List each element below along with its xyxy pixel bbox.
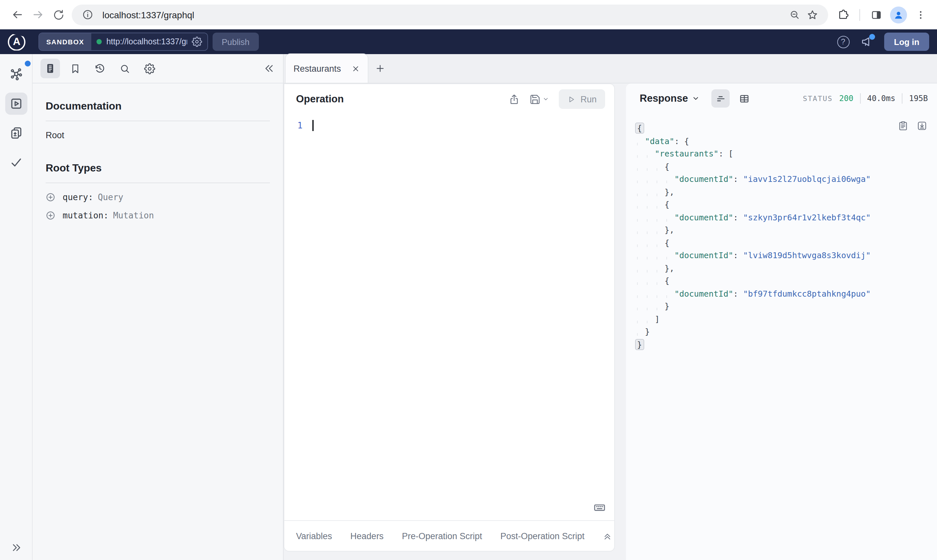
share-icon[interactable]	[509, 94, 520, 105]
docs-root-link[interactable]: Root	[46, 131, 270, 140]
url-text[interactable]: localhost:1337/graphql	[102, 9, 785, 20]
run-label: Run	[580, 94, 597, 104]
sandbox-header: A SANDBOX http://localhost:1337/gra... P…	[0, 29, 937, 54]
collapse-up-icon[interactable]	[603, 531, 612, 541]
response-code-line: }	[635, 300, 929, 312]
operation-title: Operation	[296, 93, 344, 105]
close-icon[interactable]	[351, 64, 360, 73]
save-icon	[529, 94, 540, 105]
reload-icon[interactable]	[48, 4, 69, 25]
operation-dock: VariablesHeadersPre-Operation ScriptPost…	[284, 520, 614, 551]
endpoint-control[interactable]: SANDBOX http://localhost:1337/gra...	[38, 32, 208, 51]
response-json[interactable]: {"data": {"restaurants": [{"documentId":…	[635, 122, 929, 351]
endpoint-url[interactable]: http://localhost:1337/gra...	[106, 37, 187, 46]
bookmark-star-icon[interactable]	[803, 6, 822, 24]
back-icon[interactable]	[6, 4, 28, 25]
docs-icon[interactable]	[40, 58, 60, 78]
operation-column: Operation	[284, 83, 615, 560]
response-code-line: "documentId": "bf97tfdumkcc8ptahkng4puo"	[635, 287, 929, 300]
forward-icon	[28, 4, 48, 25]
bookmarks-icon[interactable]	[65, 58, 85, 78]
help-icon[interactable]: ?	[835, 33, 852, 50]
new-tab-icon[interactable]	[368, 54, 392, 83]
apollo-logo[interactable]: A	[8, 33, 25, 51]
docs-body: Documentation Root Root Types query:Quer…	[32, 83, 283, 229]
docs-settings-gear-icon[interactable]	[140, 58, 159, 78]
rail-notification-dot	[25, 61, 31, 66]
download-icon[interactable]	[917, 121, 927, 131]
publish-button[interactable]: Publish	[212, 32, 258, 51]
copy-icon[interactable]	[898, 121, 908, 131]
line-number: 1	[284, 120, 303, 132]
settings-gear-icon[interactable]	[192, 37, 202, 47]
zoom-out-icon[interactable]	[785, 6, 803, 24]
plus-circle-icon[interactable]	[46, 192, 55, 202]
root-types-title: Root Types	[46, 162, 270, 174]
text-cursor	[312, 120, 313, 131]
dock-tab[interactable]: Pre-Operation Script	[402, 531, 482, 541]
response-code-line: "documentId": "lviw819d5htwvga8s3kovdij"	[635, 249, 929, 262]
divider	[46, 183, 270, 183]
root-type-row[interactable]: mutation:Mutation	[46, 211, 270, 220]
endpoint-status-dot	[97, 39, 102, 44]
endpoint-input[interactable]: http://localhost:1337/gra...	[91, 33, 207, 50]
profile-avatar-icon[interactable]	[890, 6, 907, 23]
root-type-type[interactable]: Query	[98, 192, 123, 202]
run-play-icon	[567, 95, 576, 103]
login-button[interactable]: Log in	[884, 32, 929, 51]
response-code-line: {	[635, 122, 929, 135]
response-size: 195B	[909, 94, 928, 103]
response-code-line: },	[635, 262, 929, 274]
announcements-icon[interactable]	[858, 33, 875, 50]
root-type-row[interactable]: query:Query	[46, 192, 270, 202]
response-panel: Response STATUS	[626, 83, 937, 560]
collapse-left-icon[interactable]	[263, 63, 275, 74]
operation-editor[interactable]: 1	[284, 114, 614, 520]
announcement-notification-dot	[869, 34, 875, 40]
sandbox-badge: SANDBOX	[39, 33, 91, 50]
response-code-line: },	[635, 185, 929, 198]
checks-icon[interactable]	[5, 151, 27, 174]
root-types-list: query:Querymutation:Mutation	[46, 192, 270, 220]
response-title-group[interactable]: Response	[640, 92, 700, 104]
operation-actions: Run	[509, 89, 605, 109]
response-code-line: {	[635, 160, 929, 173]
explorer-icon[interactable]	[5, 92, 27, 115]
address-bar[interactable]: localhost:1337/graphql	[72, 4, 828, 25]
docs-title: Documentation	[46, 100, 270, 112]
root-type-type[interactable]: Mutation	[113, 211, 154, 220]
dock-tab[interactable]: Variables	[296, 531, 332, 541]
raw-view-icon[interactable]	[711, 89, 730, 108]
tab-label: Restaurants	[294, 63, 341, 73]
fold-handle[interactable]: }	[635, 338, 644, 350]
plus-circle-icon[interactable]	[46, 211, 55, 220]
response-code-line: },	[635, 224, 929, 236]
history-icon[interactable]	[90, 58, 109, 78]
site-info-icon[interactable]	[78, 6, 97, 24]
run-button[interactable]: Run	[559, 89, 605, 109]
tab-restaurants[interactable]: Restaurants	[285, 54, 368, 83]
page: localhost:1337/graphql	[0, 0, 937, 560]
dock-tab[interactable]: Headers	[351, 531, 384, 541]
response-code-line: {	[635, 274, 929, 287]
divider	[902, 93, 902, 104]
changes-icon[interactable]	[5, 122, 27, 144]
keyboard-icon[interactable]	[593, 502, 606, 514]
side-panel-icon[interactable]	[866, 5, 886, 25]
dock-tabs: VariablesHeadersPre-Operation ScriptPost…	[296, 531, 585, 541]
table-view-icon[interactable]	[735, 89, 753, 108]
response-view-toggles	[711, 89, 753, 108]
dock-tab[interactable]: Post-Operation Script	[500, 531, 585, 541]
browser-menu-icon[interactable]	[911, 5, 931, 25]
search-icon[interactable]	[115, 58, 134, 78]
response-code-line: "documentId": "iavv1s2l27uoblqcjai06wga"	[635, 173, 929, 185]
save-group[interactable]	[529, 94, 549, 105]
extensions-icon[interactable]	[833, 5, 853, 25]
browser-chrome: localhost:1337/graphql	[0, 0, 937, 29]
fold-handle[interactable]: {	[635, 123, 644, 134]
expand-right-icon[interactable]	[0, 542, 32, 554]
schema-graph-icon[interactable]	[5, 63, 27, 85]
apollo-logo-ring	[8, 33, 25, 51]
response-title: Response	[640, 92, 688, 104]
chevron-down-icon	[692, 95, 700, 102]
